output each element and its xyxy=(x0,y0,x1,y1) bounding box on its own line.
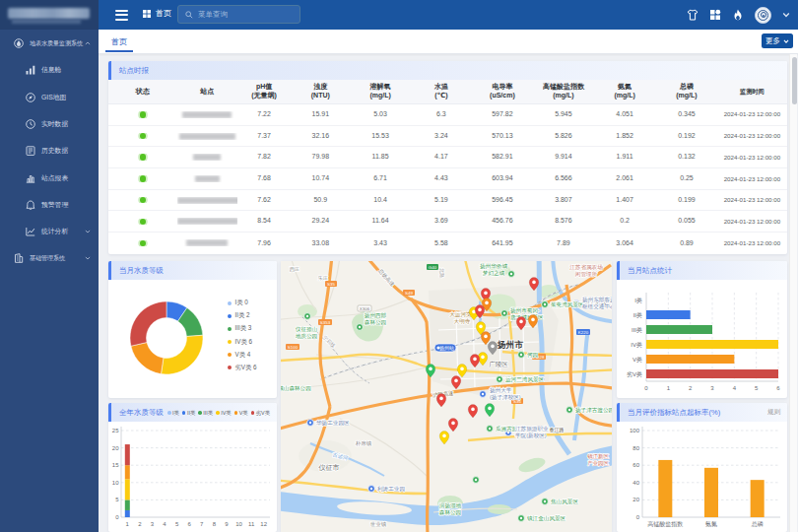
legend-item-II类[interactable]: II类 2 xyxy=(228,311,257,320)
search-input[interactable]: 菜单查询 xyxy=(177,5,300,24)
sidebar-group-1[interactable]: 基础管理系统 xyxy=(0,245,99,272)
map-label: 世业镇 xyxy=(370,521,387,527)
sidebar-item-label: 预警管理 xyxy=(41,200,68,210)
theme-icon[interactable] xyxy=(687,9,698,21)
year-grade-chart: 0510152025123456789101112 xyxy=(108,422,277,532)
hamburger-icon[interactable] xyxy=(115,10,128,21)
table-row[interactable]: 7.6810.746.714.43603.946.5662.0610.25202… xyxy=(108,168,787,190)
flame-icon[interactable] xyxy=(732,9,744,21)
year-legend-I类[interactable]: I类 xyxy=(167,410,179,417)
sidebar-item-站点报表[interactable]: 站点报表 xyxy=(0,165,99,191)
hbar-IV类[interactable] xyxy=(646,340,778,349)
map-label: 扬州东部客运 xyxy=(582,297,612,303)
sidebar-item-历史数据[interactable]: 历史数据 xyxy=(0,138,99,165)
park-poi-icon[interactable] xyxy=(501,310,508,317)
sidebar-item-信息舱[interactable]: 信息舱 xyxy=(0,57,99,84)
year-legend-IV类[interactable]: IV类 xyxy=(216,410,231,417)
table-row[interactable]: 8.5429.2411.643.69456.768.5760.20.055202… xyxy=(108,211,787,233)
map-label: 广陵区 xyxy=(489,361,508,367)
legend-item-III类[interactable]: III类 3 xyxy=(228,324,257,333)
avatar[interactable] xyxy=(755,7,771,24)
place-poi-icon[interactable] xyxy=(368,486,375,493)
place-poi-icon[interactable] xyxy=(307,420,314,427)
sidebar-item-预警管理[interactable]: 预警管理 xyxy=(0,191,99,218)
legend-item-I类[interactable]: I类 0 xyxy=(228,299,257,307)
park-poi-icon[interactable] xyxy=(508,271,515,278)
hbar-劣V类[interactable] xyxy=(646,369,778,378)
park-poi-icon[interactable] xyxy=(304,313,311,320)
station-name-redacted xyxy=(177,218,237,225)
sidebar-item-GIS地图[interactable]: GIS地图 xyxy=(0,84,99,110)
legend-label: II类 2 xyxy=(235,311,250,320)
col-header-3: 浊度(NTU) xyxy=(291,83,350,100)
map-canvas[interactable]: S35S49S353X306G40S100K220G328S36扬州站扬州市广陵… xyxy=(281,261,612,532)
stack-seg-III类[interactable] xyxy=(125,499,130,510)
indicator-rate-rules-link[interactable]: 规则 xyxy=(767,408,780,417)
donut-slice-IV类[interactable] xyxy=(161,335,203,374)
sidebar-item-实时数据[interactable]: 实时数据 xyxy=(0,110,99,137)
status-dot-green xyxy=(140,240,147,247)
breadcrumb[interactable]: 首页 xyxy=(143,8,171,19)
park-poi-icon[interactable] xyxy=(518,352,525,359)
table-row[interactable]: 7.9633.083.435.58641.957.893.0640.892024… xyxy=(108,233,787,254)
table-row[interactable]: 7.6250.910.45.19596.453.8071.4070.199202… xyxy=(108,190,787,212)
map-label: 利涛工业园 xyxy=(377,486,405,493)
stack-seg-II类[interactable] xyxy=(125,510,130,517)
park-poi-icon[interactable] xyxy=(487,426,494,432)
legend-item-IV类[interactable]: IV类 6 xyxy=(228,338,257,347)
donut-slice-劣V类[interactable] xyxy=(130,301,166,346)
map-label: 朱庄 xyxy=(318,275,328,281)
park-poi-icon[interactable] xyxy=(518,515,525,522)
month-station-panel-header: 当月站点统计 xyxy=(617,261,787,280)
scrollbar-track[interactable] xyxy=(789,54,797,532)
park-poi-icon[interactable] xyxy=(357,324,364,331)
donut-slice-V类[interactable] xyxy=(131,343,164,374)
sidebar-group-0[interactable]: 地表水质量监测系统 xyxy=(0,31,99,57)
value-cell: 29.24 xyxy=(291,217,350,226)
map-label: 大明寺 xyxy=(454,318,471,324)
railway-station-badge[interactable]: 扬州站 xyxy=(434,344,456,352)
value-cell: 641.95 xyxy=(472,239,533,248)
station-panel-header: 站点时报 xyxy=(108,61,787,80)
vbar-总磷[interactable] xyxy=(751,480,765,517)
stack-seg-劣V类[interactable] xyxy=(125,444,130,465)
stack-seg-IV类[interactable] xyxy=(125,479,130,499)
stack-seg-V类[interactable] xyxy=(125,465,130,479)
vbar-高锰酸盐指数[interactable] xyxy=(658,460,672,517)
value-cell: 603.94 xyxy=(472,174,533,183)
hbar-II类[interactable] xyxy=(646,310,691,319)
table-row[interactable]: 7.3732.1615.533.24570.135.8261.8520.1922… xyxy=(108,126,787,148)
year-legend-III类[interactable]: III类 xyxy=(198,410,213,417)
place-poi-icon[interactable] xyxy=(480,391,487,398)
vbar-氨氮[interactable] xyxy=(704,468,718,517)
map-panel[interactable]: S35S49S353X306G40S100K220G328S36扬州站扬州市广陵… xyxy=(281,261,612,532)
park-poi-icon[interactable] xyxy=(473,477,480,484)
value-cell: 4.17 xyxy=(411,153,472,162)
hbar-V类[interactable] xyxy=(646,355,734,364)
map-label: 唐子城风景区 xyxy=(510,314,544,321)
value-cell: 79.98 xyxy=(291,153,350,162)
user-chevron-down-icon[interactable] xyxy=(782,11,790,19)
svg-text:X306: X306 xyxy=(360,306,370,311)
legend-item-V类[interactable]: V类 4 xyxy=(228,351,257,360)
year-legend-II类[interactable]: II类 xyxy=(182,410,195,417)
legend-item-劣V类[interactable]: 劣V类 6 xyxy=(228,364,257,372)
park-poi-icon[interactable] xyxy=(566,407,573,414)
table-row[interactable]: 7.8279.9811.854.17582.919.9141.9110.1322… xyxy=(108,147,787,168)
park-poi-icon[interactable] xyxy=(542,499,549,505)
more-button[interactable]: 更多 xyxy=(762,33,793,48)
scrollbar-thumb[interactable] xyxy=(792,57,797,104)
hbar-III类[interactable] xyxy=(646,325,712,334)
legend-dot xyxy=(228,301,232,305)
park-poi-icon[interactable] xyxy=(497,376,503,383)
col-header-7: 高锰酸盐指数(mg/L) xyxy=(533,83,594,100)
year-legend-劣V类[interactable]: 劣V类 xyxy=(251,410,270,417)
layout-icon[interactable] xyxy=(709,9,721,21)
sidebar-item-统计分析[interactable]: 统计分析 xyxy=(0,219,99,245)
table-row[interactable]: 7.2215.915.036.3597.825.9454.0510.345202… xyxy=(108,104,787,126)
chevron-down-icon xyxy=(85,229,91,234)
legend-dot xyxy=(167,411,171,415)
svg-text:1: 1 xyxy=(126,521,130,527)
park-poi-icon[interactable] xyxy=(542,301,549,308)
year-legend-V类[interactable]: V类 xyxy=(234,410,248,417)
